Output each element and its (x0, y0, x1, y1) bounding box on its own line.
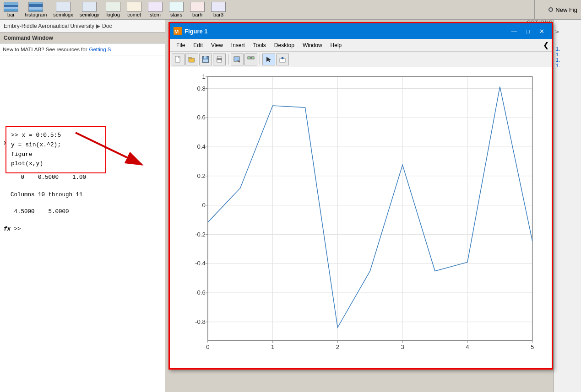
right-panel: V 1. 1. 1. 1. (554, 20, 581, 392)
top-toolbar: bar histogram semilogx semilogy loglog c… (0, 0, 581, 19)
close-button[interactable]: ✕ (535, 26, 548, 36)
code-block: >> x = 0:0.5:5 y = sin(x.^2); figure plo… (5, 126, 106, 173)
output-prompt: fx >> (4, 225, 161, 234)
toolbar-label-stem: stem (150, 12, 161, 17)
toolbar-label-semilogy: semilogy (80, 12, 99, 17)
output-blank5 (4, 216, 161, 225)
toolbar-sep-2 (260, 54, 260, 64)
y-tick-0.2: 0.2 (197, 172, 205, 179)
toolbar-item-bar[interactable]: bar (4, 2, 18, 17)
toolbar-label-loglog: loglog (106, 12, 119, 17)
x-tick-4: 4 (466, 344, 469, 350)
x-tick-0: 0 (206, 344, 209, 350)
toolbar-item-semilogx[interactable]: semilogx (53, 2, 73, 17)
minimize-button[interactable]: — (508, 26, 521, 36)
output-vals2: 4.5000 5.0000 (4, 208, 161, 216)
toolbar-item-semilogy[interactable]: semilogy (80, 2, 99, 17)
toolbar-item-bar3[interactable]: bar3 (211, 2, 226, 17)
y-tick-0.8: 0.8 (197, 85, 205, 92)
y-tick-0.6: 0.6 (197, 114, 205, 121)
toolbar-label-bar3: bar3 (213, 12, 223, 17)
fig-save-button[interactable] (199, 54, 212, 65)
toolbar-item-stairs[interactable]: stairs (169, 2, 184, 17)
figure-menubar: File Edit View Insert Tools Desktop Wind… (170, 39, 552, 52)
output-blank3 (4, 182, 161, 191)
output-blank4 (4, 199, 161, 208)
svg-rect-17 (251, 57, 254, 59)
menu-edit[interactable]: Edit (190, 41, 206, 49)
figure-title: Figure 1 (185, 28, 507, 35)
path-arrow: ▶ (96, 23, 100, 29)
fig-link-button[interactable] (244, 54, 257, 65)
y-tick-1: 1 (202, 73, 205, 80)
svg-rect-16 (248, 57, 250, 59)
y-tick--0.2: -0.2 (195, 231, 206, 238)
restore-button[interactable]: □ (521, 26, 534, 36)
fig-open-button[interactable] (185, 54, 198, 65)
menu-file[interactable]: File (173, 41, 189, 49)
right-panel-v-label: V (555, 21, 560, 44)
toolbar-label-comet: comet (127, 12, 141, 17)
menu-insert[interactable]: Insert (228, 41, 249, 49)
svg-marker-19 (266, 57, 271, 62)
toolbar-item-loglog[interactable]: loglog (106, 2, 120, 17)
figure-titlebar: M Figure 1 — □ ✕ (170, 23, 552, 39)
x-tick-3: 3 (401, 344, 404, 350)
svg-rect-12 (217, 56, 221, 58)
plot-area: -0.8 -0.6 -0.4 -0.2 0 0.2 0.4 0.6 0.8 1 … (170, 67, 552, 368)
path-doc: Doc (102, 23, 112, 29)
right-value-4: 1. (556, 63, 579, 68)
fig-zoom-button[interactable] (231, 54, 244, 65)
output-vals1: 0 0.5000 1.00 (4, 173, 161, 182)
svg-rect-13 (217, 60, 222, 62)
svg-rect-10 (203, 59, 208, 62)
x-tick-2: 2 (336, 344, 339, 350)
hint-bar: New to MATLAB? See resources for Getting… (0, 43, 165, 55)
svg-rect-9 (204, 56, 206, 59)
svg-text:M: M (174, 29, 179, 34)
fig-datacursor-button[interactable] (276, 54, 289, 65)
toolbar-item-comet[interactable]: comet (127, 2, 141, 17)
collapse-arrow[interactable]: ❮ (543, 41, 549, 49)
fig-new-button[interactable] (172, 54, 185, 65)
svg-rect-7 (189, 57, 191, 59)
new-fig-label: New Fig (555, 6, 577, 13)
y-tick-0.4: 0.4 (197, 143, 205, 150)
y-tick--0.6: -0.6 (195, 289, 206, 296)
y-tick--0.8: -0.8 (195, 318, 206, 325)
toolbar-item-barh[interactable]: barh (190, 2, 205, 17)
toolbar-label-barh: barh (192, 12, 202, 17)
toolbar-label-bar: bar (7, 12, 15, 17)
code-line-2: y = sin(x.^2); (11, 140, 101, 150)
toolbar-label-stairs: stairs (170, 12, 182, 17)
x-tick-5: 5 (531, 344, 534, 350)
toolbar-item-stem[interactable]: stem (148, 2, 163, 17)
toolbar-item-histogram[interactable]: histogram (25, 2, 47, 17)
fig-cursor-button[interactable] (262, 54, 275, 65)
plot-svg: -0.8 -0.6 -0.4 -0.2 0 0.2 0.4 0.6 0.8 1 … (174, 72, 547, 364)
toolbar-label-semilogx: semilogx (53, 12, 73, 17)
new-fig-button[interactable]: New Fig (534, 0, 581, 19)
right-value-3: 1. (556, 57, 579, 63)
output-cols2: Columns 10 through 11 (4, 191, 161, 199)
menu-window[interactable]: Window (299, 41, 326, 49)
menu-desktop[interactable]: Desktop (271, 41, 298, 49)
figure-window: M Figure 1 — □ ✕ File Edit View Insert T… (168, 22, 553, 370)
hint-link[interactable]: Getting S (89, 47, 111, 52)
code-line-3: figure (11, 150, 101, 160)
code-line-4: plot(x,y) (11, 159, 101, 169)
toolbar-label-histogram: histogram (25, 12, 47, 17)
right-panel-values: 1. 1. 1. 1. (555, 44, 580, 70)
code-line-1: >> x = 0:0.5:5 (11, 131, 101, 140)
y-tick-0: 0 (202, 202, 205, 209)
matlab-icon: M (174, 27, 182, 35)
fig-print-button[interactable] (213, 54, 226, 65)
menu-view[interactable]: View (207, 41, 227, 49)
cmd-output: >> x = 0:0.5:5 y = sin(x.^2); figure plo… (0, 55, 165, 392)
svg-rect-23 (208, 76, 532, 340)
x-tick-1: 1 (271, 344, 274, 350)
right-value-2: 1. (556, 52, 579, 57)
menu-help[interactable]: Help (327, 41, 346, 49)
menu-tools[interactable]: Tools (250, 41, 270, 49)
radio-icon (548, 7, 553, 12)
